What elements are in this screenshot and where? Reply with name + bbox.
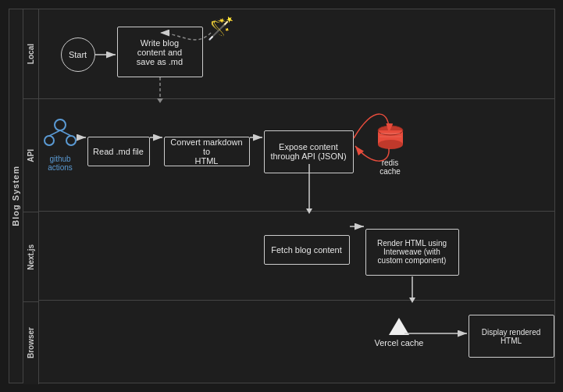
diagram-container: Blog System Local API Next.js Browser St… [9, 9, 555, 383]
local-section: Start Write blog content and save as .md… [39, 9, 554, 99]
expose-api-node: Expose content through API (JSON) [264, 130, 354, 173]
browser-label: Browser [23, 302, 38, 384]
local-label: Local [23, 9, 38, 99]
api-section: github actions Read .md file Convert mar… [39, 99, 554, 212]
github-icon [43, 119, 78, 150]
start-node: Start [61, 37, 95, 72]
write-blog-node: Write blog content and save as .md [117, 27, 203, 77]
github-actions-label: github actions [43, 155, 78, 172]
svg-line-4 [60, 130, 71, 136]
api-label: API [23, 99, 38, 212]
svg-point-2 [66, 136, 76, 145]
nextjs-label: Next.js [23, 212, 38, 302]
vercel-triangle-icon [387, 316, 411, 337]
blog-system-label: Blog System [11, 166, 20, 226]
svg-point-1 [45, 136, 54, 145]
left-labels: Blog System Local API Next.js Browser [9, 9, 39, 383]
redis-icon [375, 123, 406, 154]
github-actions-area: github actions [43, 119, 78, 172]
svg-point-7 [378, 140, 403, 149]
read-md-node: Read .md file [87, 137, 150, 166]
svg-point-0 [55, 119, 66, 130]
blob-icon: 🪄 [207, 16, 234, 41]
browser-section: Vercel cache Display rendered HTML [39, 301, 554, 383]
fetch-blog-node: Fetch blog content [264, 235, 350, 265]
svg-line-3 [49, 130, 60, 136]
redis-cache-label: redis cache [375, 159, 406, 176]
render-html-node: Render HTML using Interweave (with custo… [365, 229, 459, 276]
main-content: Start Write blog content and save as .md… [39, 9, 554, 383]
vercel-cache-display: Vercel cache [375, 316, 424, 347]
svg-marker-11 [389, 318, 409, 335]
redis-cache-area: redis cache [375, 123, 406, 176]
display-html-node: Display rendered HTML [469, 315, 554, 358]
nextjs-section: Fetch blog content Render HTML using Int… [39, 212, 554, 301]
convert-md-node: Convert markdown to HTML [164, 137, 250, 166]
vercel-cache-area: Vercel cache [375, 316, 424, 347]
